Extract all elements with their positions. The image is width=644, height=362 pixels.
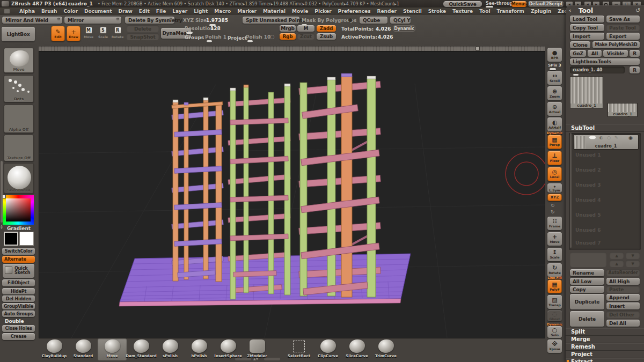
lightbox-tools-button[interactable]: Lightbox▸Tools — [570, 58, 640, 65]
menu-macro[interactable]: Macro — [211, 9, 234, 14]
secondary-color-swatch[interactable] — [19, 232, 34, 246]
del-hidden-button[interactable]: Del Hidden — [2, 295, 35, 302]
delete-subtool-button[interactable]: Delete — [570, 311, 604, 327]
tray-trimcurve[interactable]: TrimCurve — [371, 338, 400, 360]
menu-marker[interactable]: Marker — [234, 9, 260, 14]
stroke-thumbnail[interactable]: Dots — [4, 75, 34, 102]
left-scrollbar[interactable] — [1, 161, 3, 223]
scroll-button[interactable]: ↔Scroll — [547, 71, 562, 85]
tray-selectrect[interactable]: SelectRect — [284, 338, 313, 360]
zsub-button[interactable]: Zsub — [317, 33, 336, 40]
subtool-halfdot-icon[interactable]: ◐ — [599, 135, 603, 140]
rotate-y-icon[interactable]: ↻ — [551, 203, 555, 208]
current-tool-thumbnail[interactable]: cuadro_1 — [570, 76, 603, 108]
tray-claybuildup[interactable]: ClayBuildup — [40, 338, 69, 360]
polish-1-slider[interactable]: Polish 1 — [205, 34, 226, 40]
local-button[interactable]: ◎Local — [547, 167, 562, 181]
panel-reset-icon[interactable]: ↺ — [635, 7, 640, 14]
qcube-button[interactable]: QCube — [360, 17, 387, 24]
draw-button[interactable]: + Draw — [67, 26, 80, 41]
subtool-pen-icon[interactable]: ✎ — [614, 135, 618, 140]
rotate3d-button[interactable]: ↻Rotate — [547, 263, 562, 277]
color-picker-square[interactable] — [6, 198, 31, 221]
mrgb-button[interactable]: Mrgb — [280, 25, 296, 32]
tray-move-selected[interactable]: Move — [98, 338, 127, 360]
duplicate-button[interactable]: Duplicate — [570, 294, 604, 309]
extract-section[interactable]: Extract — [566, 358, 644, 362]
tray-standard[interactable]: Standard — [69, 338, 98, 360]
tray-hpolish[interactable]: hPolish — [185, 338, 214, 360]
menu-edit[interactable]: Edit — [136, 9, 153, 14]
tray-dam-standard[interactable]: Dam_Standard — [127, 338, 156, 360]
goz-button[interactable]: GoZ — [570, 50, 586, 57]
import-button[interactable]: Import — [570, 33, 604, 40]
xpose-button[interactable]: ※Xpose — [547, 339, 562, 353]
aahalf-button[interactable]: ◐AAHalf — [547, 117, 562, 131]
move-button[interactable]: M Move — [82, 27, 95, 41]
menu-movie[interactable]: Movie — [289, 9, 311, 14]
texture-thumbnail[interactable]: Texture Off — [4, 135, 34, 161]
gradient-label[interactable]: Gradient — [0, 226, 38, 231]
material-thumbnail[interactable]: SkinShade4 — [4, 163, 34, 194]
quicksave-button[interactable]: QuickSave — [443, 1, 482, 7]
subtool-section-header[interactable]: SubTool — [566, 124, 644, 131]
subtool-scrollbar[interactable] — [570, 133, 572, 248]
rotate-z-icon[interactable]: ↻ — [551, 209, 555, 215]
close-holes-button[interactable]: Close Holes — [2, 325, 35, 332]
tray-clipcurve[interactable]: ClipCurve — [313, 338, 342, 360]
double-toggle[interactable]: Double — [5, 319, 24, 324]
current-brush-thumbnail[interactable]: Move — [4, 48, 34, 73]
menus-button[interactable]: Menus — [511, 1, 526, 7]
color-picker[interactable] — [3, 195, 34, 225]
save-as-button[interactable]: Save As — [606, 16, 640, 23]
m-button[interactable]: M — [297, 25, 314, 32]
clone-button[interactable]: Clone — [570, 41, 590, 48]
menu-preferences[interactable]: Preferences — [335, 9, 374, 14]
all-high-button[interactable]: All High — [606, 278, 640, 285]
left-scroll-arrows-icon[interactable]: ▲▼ — [1, 224, 3, 230]
export-button[interactable]: Export — [606, 33, 640, 40]
subtool-unused-3[interactable]: Unused 3 — [575, 182, 601, 188]
subtool-unused-2[interactable]: Unused 2 — [575, 167, 601, 173]
zadd-button[interactable]: Zadd — [317, 25, 336, 32]
insert-button[interactable]: Insert — [606, 302, 640, 309]
rgb-button[interactable]: Rgb — [280, 33, 296, 40]
recent-tool-thumbnail[interactable]: cuadro_1 — [608, 103, 638, 117]
tray-spolish[interactable]: sPolish — [156, 338, 185, 360]
timeline-strip[interactable] — [39, 46, 545, 51]
menu-picker[interactable]: Picker — [311, 9, 334, 14]
remesh-section[interactable]: Remesh — [566, 343, 644, 350]
transp-button[interactable]: ▨Transp — [547, 295, 562, 309]
menu-texture[interactable]: Texture — [449, 9, 476, 14]
subtool-unused-1[interactable]: Unused 1 — [575, 152, 601, 158]
project-toggle[interactable]: Project — [228, 35, 247, 41]
menu-file[interactable]: File — [153, 9, 169, 14]
move3d-button[interactable]: +Move — [547, 232, 562, 246]
tray-insertsphere[interactable]: InsertSphere — [214, 338, 243, 360]
scale-button[interactable]: S Scale — [97, 27, 109, 41]
crease-button[interactable]: Crease — [2, 333, 35, 340]
scale3d-button[interactable]: ↕Scale — [547, 248, 562, 261]
main-color-swatch[interactable] — [4, 232, 18, 246]
quick-sketch-button[interactable]: Quick Sketch — [3, 264, 34, 278]
menu-stroke[interactable]: Stroke — [425, 9, 449, 14]
goz-all-button[interactable]: All — [588, 50, 602, 57]
menu-color[interactable]: Color — [60, 9, 81, 14]
subtool-item-selected[interactable]: ◐ ○ ✎ ◉ cuadro_1 — [573, 135, 639, 150]
frame-button[interactable]: ∷Frame — [547, 217, 562, 230]
hide-pt-button[interactable]: HidePt — [2, 288, 35, 294]
persp-button[interactable]: ▦Persp — [547, 135, 562, 149]
subtool-unused-6[interactable]: Unused 6 — [575, 227, 601, 233]
active-tool-slider[interactable] — [573, 74, 579, 76]
spix-slider[interactable] — [550, 68, 556, 70]
menu-draw[interactable]: Draw — [115, 9, 136, 14]
del-all-button[interactable]: Del All — [606, 320, 640, 327]
goz-r-button[interactable]: R — [630, 50, 640, 57]
fill-object-button[interactable]: FillObject — [2, 279, 35, 286]
group-visible-button[interactable]: GroupVisible — [2, 303, 35, 309]
menu-alpha[interactable]: Alpha — [16, 9, 38, 14]
polyf-button[interactable]: ▦PolyF — [547, 279, 562, 293]
tray-slicecurve[interactable]: SliceCurve — [342, 338, 371, 360]
zoom-button[interactable]: ⊕Zoom — [547, 86, 562, 100]
qcyl-y-button[interactable]: QCyl Y — [390, 17, 411, 24]
